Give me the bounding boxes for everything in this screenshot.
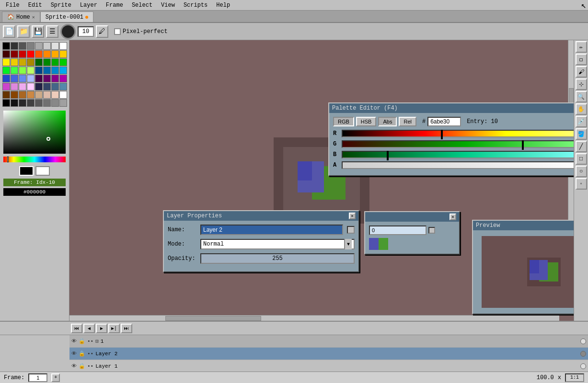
palette-cell-37[interactable] xyxy=(43,75,51,82)
eyedropper-button[interactable]: 🖊 xyxy=(96,25,108,38)
tool-contour[interactable]: ◦ xyxy=(576,178,587,190)
tool-rect[interactable]: □ xyxy=(576,153,587,165)
layer-edit-input[interactable] xyxy=(369,225,427,235)
menu-view[interactable]: View xyxy=(157,1,179,10)
palette-cell-14[interactable] xyxy=(51,50,59,58)
palette-cell-1[interactable] xyxy=(11,42,18,50)
palette-cell-31[interactable] xyxy=(59,67,67,74)
color-gradient-picker[interactable] xyxy=(3,111,66,154)
preview-title-bar[interactable]: Preview ⬜ ▶ ✕ xyxy=(473,221,574,230)
tool-eyedropper[interactable]: 💉 xyxy=(576,116,587,127)
palette-cell-16[interactable] xyxy=(2,58,10,66)
palette-cell-58[interactable] xyxy=(19,99,26,107)
palette-cell-34[interactable] xyxy=(19,75,26,82)
b-slider[interactable] xyxy=(342,151,574,158)
menu-sprite[interactable]: Sprite xyxy=(47,1,75,10)
g-slider[interactable] xyxy=(342,140,574,148)
palette-cell-60[interactable] xyxy=(35,99,43,107)
first-frame-button[interactable]: ⏮ xyxy=(71,324,82,333)
layer1-visibility-icon[interactable]: 👁 xyxy=(71,363,77,369)
layer-2-row[interactable]: 👁 🔒 •• Layer 2 xyxy=(69,348,588,360)
rel-button[interactable]: Rel xyxy=(399,117,416,126)
palette-cell-25[interactable] xyxy=(11,67,18,74)
palette-cell-55[interactable] xyxy=(59,91,67,99)
palette-cell-42[interactable] xyxy=(19,83,26,90)
palette-cell-38[interactable] xyxy=(51,75,59,82)
name-checkbox[interactable] xyxy=(347,226,355,234)
palette-cell-50[interactable] xyxy=(19,91,26,99)
r-slider[interactable] xyxy=(342,130,574,137)
b-slider-thumb[interactable] xyxy=(387,151,389,160)
menu-file[interactable]: File xyxy=(2,1,23,10)
layer-edit-title-bar[interactable]: ✕ xyxy=(365,212,459,222)
color-button[interactable] xyxy=(60,24,76,39)
layer-edit-checkbox[interactable] xyxy=(428,227,435,234)
menu-button[interactable]: ☰ xyxy=(46,25,58,38)
palette-cell-29[interactable] xyxy=(43,67,51,74)
palette-cell-7[interactable] xyxy=(59,42,67,50)
palette-cell-57[interactable] xyxy=(11,99,18,107)
tool-paint[interactable]: 🪣 xyxy=(576,128,587,140)
palette-cell-8[interactable] xyxy=(2,50,10,58)
palette-cell-40[interactable] xyxy=(2,83,10,90)
layer-1-row[interactable]: 👁 🔒 •• Layer 1 xyxy=(69,360,588,372)
palette-cell-59[interactable] xyxy=(27,99,35,107)
tool-fill[interactable]: 🖌 xyxy=(576,66,587,78)
tool-line[interactable]: ╱ xyxy=(576,141,587,152)
tool-pencil[interactable]: ✏ xyxy=(576,41,587,53)
menu-scripts[interactable]: Scripts xyxy=(180,1,211,10)
palette-cell-35[interactable] xyxy=(27,75,35,82)
g-slider-thumb[interactable] xyxy=(522,140,524,150)
palette-cell-32[interactable] xyxy=(2,75,10,82)
layer2-lock-icon[interactable]: 🔒 xyxy=(79,350,85,357)
palette-cell-15[interactable] xyxy=(59,50,67,58)
tab-sprite[interactable]: Sprite-0001 xyxy=(40,11,93,22)
menu-frame[interactable]: Frame xyxy=(102,1,127,10)
a-slider[interactable] xyxy=(342,161,574,169)
palette-cell-4[interactable] xyxy=(35,42,43,50)
layer2-visibility-icon[interactable]: 👁 xyxy=(71,350,77,357)
palette-cell-24[interactable] xyxy=(2,67,10,74)
palette-cell-27[interactable] xyxy=(27,67,35,74)
open-file-button[interactable]: 📁 xyxy=(17,25,30,38)
prev-frame-button[interactable]: ◀ xyxy=(83,324,95,333)
frame-number-input[interactable] xyxy=(28,373,47,382)
rgb-button[interactable]: RGB xyxy=(333,117,354,126)
add-frame-button[interactable]: + xyxy=(51,373,60,382)
palette-cell-0[interactable] xyxy=(2,42,10,50)
canvas-area[interactable]: Palette Editor (F4) ✕ RGB HSB Abs Rel # … xyxy=(69,40,574,321)
name-input[interactable] xyxy=(200,225,343,235)
new-file-button[interactable]: 📄 xyxy=(3,25,15,38)
palette-cell-47[interactable] xyxy=(59,83,67,90)
palette-cell-17[interactable] xyxy=(11,58,18,66)
palette-cell-49[interactable] xyxy=(11,91,18,99)
play-button[interactable]: ▶ xyxy=(96,324,107,333)
background-color[interactable] xyxy=(35,166,50,176)
hex-input[interactable] xyxy=(427,117,461,126)
layer1-lock-icon[interactable]: 🔒 xyxy=(79,363,85,369)
palette-cell-26[interactable] xyxy=(19,67,26,74)
palette-cell-10[interactable] xyxy=(19,50,26,58)
layer-properties-close[interactable]: ✕ xyxy=(349,213,356,219)
layer-edit-close[interactable]: ✕ xyxy=(450,214,456,220)
palette-cell-20[interactable] xyxy=(35,58,43,66)
palette-cell-43[interactable] xyxy=(27,83,35,90)
palette-cell-6[interactable] xyxy=(51,42,59,50)
last-frame-button[interactable]: ⏭ xyxy=(121,324,132,333)
foreground-color[interactable] xyxy=(19,166,34,176)
palette-cell-21[interactable] xyxy=(43,58,51,66)
palette-cell-22[interactable] xyxy=(51,58,59,66)
tool-select[interactable]: ⊹ xyxy=(576,79,587,90)
layer-properties-title-bar[interactable]: Layer Properties ✕ xyxy=(164,211,358,221)
tool-eraser[interactable]: ◻ xyxy=(576,54,587,65)
palette-cell-33[interactable] xyxy=(11,75,18,82)
menu-select[interactable]: Select xyxy=(128,1,156,10)
palette-cell-46[interactable] xyxy=(51,83,59,90)
palette-cell-52[interactable] xyxy=(35,91,43,99)
palette-cell-56[interactable] xyxy=(2,99,10,107)
palette-cell-61[interactable] xyxy=(43,99,51,107)
hue-slider[interactable] xyxy=(3,157,66,162)
brush-size-input[interactable]: 10 xyxy=(78,26,94,37)
palette-editor-title-bar[interactable]: Palette Editor (F4) ✕ xyxy=(329,103,574,113)
palette-cell-30[interactable] xyxy=(51,67,59,74)
